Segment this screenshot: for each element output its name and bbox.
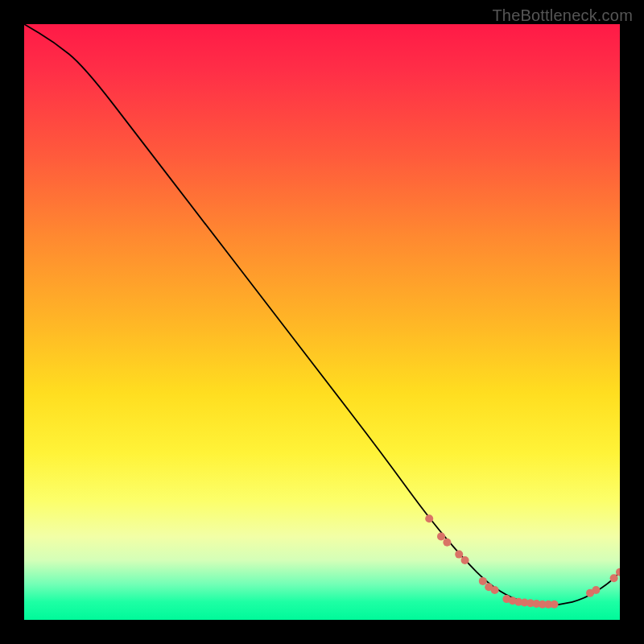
scatter-dot bbox=[551, 601, 559, 609]
scatter-dots bbox=[425, 514, 620, 609]
scatter-dot bbox=[425, 514, 433, 522]
scatter-dot bbox=[610, 574, 618, 582]
scatter-dot bbox=[491, 586, 499, 594]
chart-canvas: TheBottleneck.com bbox=[0, 0, 644, 644]
scatter-dot bbox=[443, 539, 451, 547]
plot-area bbox=[24, 24, 620, 620]
scatter-dot bbox=[592, 586, 600, 594]
bottleneck-curve bbox=[24, 24, 620, 605]
watermark-text: TheBottleneck.com bbox=[492, 6, 633, 25]
scatter-dot bbox=[479, 577, 487, 585]
scatter-dot bbox=[461, 556, 469, 564]
scatter-dot bbox=[455, 551, 463, 559]
scatter-dot bbox=[437, 532, 445, 540]
chart-svg bbox=[24, 24, 620, 620]
